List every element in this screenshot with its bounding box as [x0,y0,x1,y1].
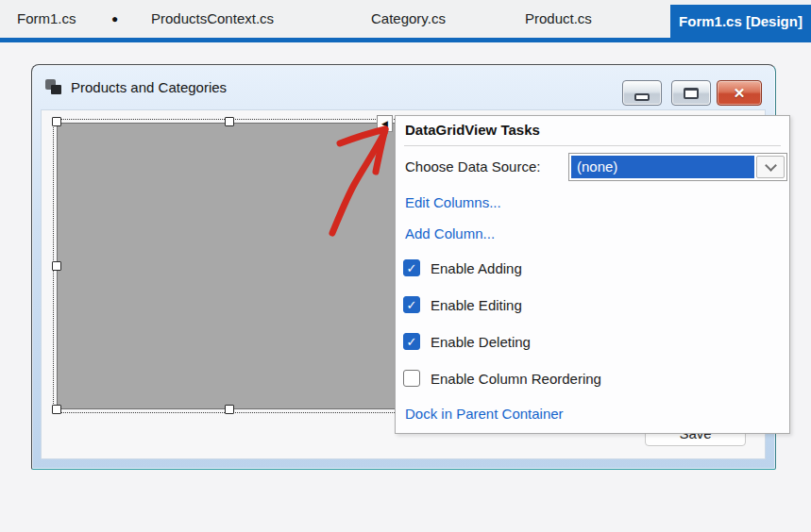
document-tab-bar: Form1.cs ● ProductsContext.cs Category.c… [0,0,811,38]
check-icon: ✓ [407,298,417,312]
maximize-button[interactable] [671,80,711,106]
tab-form1-cs[interactable]: Form1.cs [17,0,76,38]
enable-column-reordering-row[interactable]: ✓ Enable Column Reordering [403,370,601,387]
form-titlebar[interactable]: Products and Categories ✕ [32,65,775,109]
data-source-selected-value: (none) [571,156,754,178]
form-title: Products and Categories [71,65,227,109]
enable-adding-label: Enable Adding [431,260,522,276]
minimize-icon [634,93,650,101]
panel-separator [404,145,781,146]
vs-designer-screen: Form1.cs ● ProductsContext.cs Category.c… [0,0,811,532]
enable-deleting-checkbox[interactable]: ✓ [403,333,420,350]
enable-deleting-row[interactable]: ✓ Enable Deleting [403,333,531,350]
resize-handle-middle-left[interactable] [52,261,61,271]
close-button[interactable]: ✕ [717,80,762,106]
enable-adding-row[interactable]: ✓ Enable Adding [403,259,522,276]
tab-category-cs[interactable]: Category.cs [371,0,446,38]
smart-tag-arrow-icon: ◀ [381,119,388,128]
tab-form1-design-active[interactable]: Form1.cs [Design] [670,5,811,38]
resize-handle-top-middle[interactable] [225,117,234,126]
data-source-dropdown-button[interactable] [756,156,785,178]
enable-editing-checkbox[interactable]: ✓ [403,296,420,313]
dock-in-parent-container-link[interactable]: Dock in Parent Container [405,406,564,422]
data-source-combobox[interactable]: (none) [568,153,787,181]
modified-dot-icon: ● [111,0,118,38]
tab-productscontext-cs[interactable]: ProductsContext.cs [151,0,274,38]
resize-handle-bottom-middle[interactable] [225,405,234,414]
chevron-down-icon [765,159,777,172]
enable-editing-row[interactable]: ✓ Enable Editing [403,296,522,313]
choose-data-source-label: Choose Data Source: [405,158,540,175]
enable-deleting-label: Enable Deleting [431,334,531,350]
check-icon: ✓ [407,335,417,349]
enable-editing-label: Enable Editing [431,297,522,313]
form-icon [45,79,62,94]
enable-adding-checkbox[interactable]: ✓ [403,259,420,276]
datagridview-tasks-panel: DataGridView Tasks Choose Data Source: (… [395,115,790,434]
resize-handle-top-left[interactable] [52,117,61,126]
minimize-button[interactable] [622,80,662,106]
maximize-icon [684,88,699,99]
active-tab-underline [0,38,811,42]
check-icon: ✓ [407,261,417,275]
tasks-panel-title: DataGridView Tasks [405,122,540,138]
close-icon: ✕ [734,85,746,102]
tab-product-cs[interactable]: Product.cs [525,0,592,38]
enable-column-reordering-checkbox[interactable]: ✓ [403,370,420,387]
add-column-link[interactable]: Add Column... [405,225,495,241]
edit-columns-link[interactable]: Edit Columns... [405,194,501,210]
resize-handle-bottom-left[interactable] [52,405,61,414]
enable-column-reordering-label: Enable Column Reordering [431,371,601,387]
smart-tag-button[interactable]: ◀ [377,115,393,132]
